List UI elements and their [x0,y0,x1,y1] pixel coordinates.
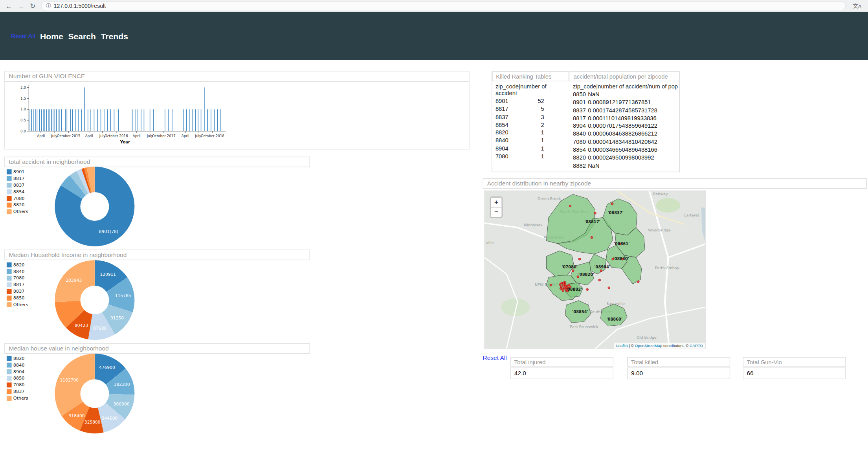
svg-text:April: April [85,134,93,138]
stat-total-injured-value: 42.0 [510,367,613,379]
map-place-label: ville [486,240,494,245]
navbar-reset-all-link[interactable]: Reset All [11,33,35,39]
accident-dot[interactable] [560,287,562,290]
slice-label: 8901(78) [99,229,118,234]
ranking-tables-panel: Killed Ranking Tables zip_code|number of… [492,71,680,172]
nav-item-home[interactable]: Home [40,31,63,41]
slice-label: 80423 [75,323,88,328]
accident-dot[interactable] [608,287,610,289]
zip-code-cell: 8837 [573,106,588,114]
accident-dot[interactable] [611,203,613,205]
gun-violence-panel: Number of GUN VIOLENCE 2.01.51.00.50.0Ap… [4,71,469,149]
carto-link[interactable]: CARTO [690,344,703,348]
zip-code-cell: 8854 [573,146,588,154]
zipcode-polygon-zip-08860[interactable] [601,304,628,326]
value-cell: 52 [517,97,544,105]
donut-hole [80,379,109,408]
killed-ranking-rows: 8901528817588373885428820188401890417080… [492,97,569,160]
url-bar[interactable]: ⓘ 127.0.0.1:5000/result [41,1,846,11]
zipcode-label: '08854' [572,310,588,314]
zipcode-polygon-zip-07080[interactable] [546,251,574,276]
zip-code-cell: 8820 [573,154,588,161]
accident-dot[interactable] [598,279,601,281]
table-row: 89010.000891219771367851 [570,98,680,106]
zipcode-label: '08837' [607,211,623,215]
zipcode-label: '08820' [578,272,594,277]
reload-icon[interactable]: ↻ [30,0,35,11]
slice-label: 120911 [100,272,116,277]
map-zoom-control: + − [490,196,503,218]
zip-code-cell: 8904 [495,144,517,152]
map-road [650,191,670,349]
table-row: 890152 [492,97,569,105]
table-row: 89040.00007017543859649122 [570,122,680,130]
table-row: 8850NaN [570,90,680,98]
svg-text:1.0: 1.0 [20,107,26,111]
table-row: 88175 [492,105,569,113]
osm-link[interactable]: OpenStreetMap [635,344,662,348]
zip-code-cell: 8837 [495,113,517,121]
accident-dot[interactable] [600,270,602,272]
killed-ranking-header: zip_code|number of accident [492,81,569,97]
value-cell: 0.0000249500998003992 [588,154,654,161]
map-panel-title: Accident distribution in nearby zipcode [483,178,867,189]
translate-icon[interactable]: 文A [853,2,861,10]
stat-total-gunvio-value: 66 [743,367,846,379]
zipcode-polygon-zip-08904[interactable] [589,254,606,274]
zip-code-cell: 8850 [573,90,588,98]
reset-all-link[interactable]: Reset All [483,354,506,361]
slice-label: 325800 [84,420,101,425]
accident-dot[interactable] [591,237,593,239]
forward-icon[interactable]: → [18,0,24,11]
house-value-panel-title: Median house value in neighborhood [4,343,310,354]
svg-text:October 2015: October 2015 [57,134,81,138]
map-attribution: Leaflet | © OpenStreetMap contributors, … [614,343,705,349]
page-info-icon[interactable]: ⓘ [46,2,51,9]
table-row: 88542 [492,121,569,128]
zoom-out-button[interactable]: − [491,207,502,217]
svg-text:April: April [133,134,141,138]
value-cell: 0.00011101489819933836 [588,114,657,122]
accident-dot[interactable] [569,205,571,207]
table-row: 88540.00003466504896438166 [570,146,680,154]
accident-dot[interactable] [594,212,596,215]
slice-label: 476900 [99,365,115,370]
zipcode-label: '08860' [607,317,622,321]
nav-item-trends[interactable]: Trends [101,31,128,41]
leaflet-map[interactable]: Green BrookRahwayCarteretWoodbridgeMiddl… [484,191,705,349]
value-cell: NaN [588,90,600,98]
accident-dot[interactable] [637,281,640,283]
income-panel-title: Median Household Income in neighborhood [4,250,310,260]
svg-text:October 2018: October 2018 [201,134,224,138]
accident-dot[interactable] [572,270,574,272]
stat-total-killed: Total killed 9.00 [627,357,730,379]
accident-dot[interactable] [562,282,565,284]
table-row: 89041 [492,144,569,152]
gun-violence-panel-title: Number of GUN VIOLENCE [5,72,469,82]
map-water-patch [701,207,705,242]
leaflet-link[interactable]: Leaflet [616,344,628,348]
nav-item-search[interactable]: Search [68,31,96,41]
table-row: 88200.0000249500998003992 [570,154,680,161]
accident-dot[interactable] [578,258,581,261]
value-cell: 0.00004148344810420642 [588,138,657,145]
slice-label: 382300 [114,382,130,387]
zoom-in-button[interactable]: + [491,198,502,207]
zipcode-label: '08817' [584,220,600,224]
browser-toolbar: ← → ↻ ⓘ 127.0.0.1:5000/result 文A [0,0,868,12]
accident-dot[interactable] [550,284,552,286]
map-canvas: Green BrookRahwayCarteretWoodbridgeMiddl… [484,191,705,349]
total-accident-panel-title: total accident in neighborhood [4,157,310,167]
accident-dot[interactable] [586,288,589,291]
accident-dot[interactable] [559,283,562,286]
back-icon[interactable]: ← [6,0,12,11]
table-row: 70801 [492,152,569,160]
stat-total-gunvio: Total Gun-Vio 66 [743,357,846,379]
bars [30,88,220,131]
svg-text:0.5: 0.5 [20,118,26,122]
zip-code-cell: 7080 [573,138,588,145]
value-cell: 1 [517,128,544,136]
value-cell: NaN [588,161,600,169]
zip-code-cell: 8840 [495,136,517,144]
value-cell: 0.00007017543859649122 [588,122,657,130]
